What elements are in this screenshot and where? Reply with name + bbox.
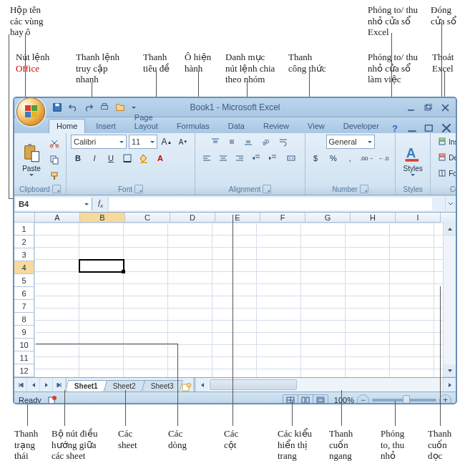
horizontal-scrollbar[interactable] [195, 378, 456, 392]
copy-button[interactable] [47, 152, 62, 167]
qat-customize-icon[interactable] [132, 107, 136, 109]
shrink-font-button[interactable]: A▼ [176, 135, 190, 149]
hscroll-thumb[interactable] [210, 379, 297, 390]
font-name-select[interactable]: Calibri [71, 135, 127, 149]
active-cell[interactable] [79, 259, 124, 273]
macro-record-icon[interactable] [47, 395, 57, 404]
row-header-7[interactable]: 7 [14, 300, 34, 313]
row-header-10[interactable]: 10 [14, 339, 34, 351]
cut-button[interactable] [47, 136, 62, 150]
row-header-1[interactable]: 1 [14, 223, 34, 235]
page-layout-view-button[interactable] [298, 395, 313, 405]
redo-icon[interactable] [83, 102, 94, 113]
delete-cells-button[interactable]: Delete [435, 150, 457, 165]
dialog-launcher-icon[interactable] [360, 185, 368, 193]
align-top-button[interactable] [208, 135, 222, 149]
underline-button[interactable]: U [104, 151, 118, 165]
vertical-scrollbar[interactable] [443, 223, 456, 377]
wrap-text-button[interactable] [274, 135, 293, 149]
undo-icon[interactable] [67, 102, 79, 113]
col-header-d[interactable]: D [170, 213, 215, 223]
styles-button[interactable]: A Styles [400, 136, 426, 183]
scroll-up-icon[interactable] [444, 223, 456, 235]
save-icon[interactable] [52, 102, 63, 113]
formula-input[interactable] [109, 198, 432, 210]
tab-home[interactable]: Home [49, 119, 85, 133]
accounting-format-button[interactable]: $ [310, 151, 324, 165]
row-header-3[interactable]: 3 [14, 248, 34, 261]
align-center-button[interactable] [216, 151, 230, 165]
col-header-i[interactable]: I [396, 213, 441, 223]
expand-formula-bar-icon[interactable] [445, 196, 456, 212]
tab-review[interactable]: Review [255, 119, 297, 133]
col-header-f[interactable]: F [260, 213, 305, 223]
print-preview-icon[interactable] [99, 102, 110, 113]
border-button[interactable] [120, 151, 134, 165]
help-icon[interactable]: ? [390, 123, 400, 133]
decrease-indent-button[interactable] [249, 151, 263, 165]
grow-font-button[interactable]: A▲ [160, 135, 174, 149]
italic-button[interactable]: I [87, 151, 102, 165]
restore-workbook-button[interactable] [424, 123, 434, 133]
comma-style-button[interactable]: , [343, 151, 357, 165]
tab-view[interactable]: View [300, 119, 333, 133]
increase-indent-button[interactable] [265, 151, 280, 165]
row-header-8[interactable]: 8 [14, 313, 34, 326]
orientation-button[interactable]: ab [258, 135, 272, 149]
format-painter-button[interactable] [47, 169, 62, 183]
row-header-2[interactable]: 2 [14, 235, 34, 248]
zoom-slider[interactable] [372, 399, 436, 402]
number-format-select[interactable]: General [326, 135, 375, 149]
new-sheet-button[interactable] [180, 383, 193, 392]
tab-formulas[interactable]: Formulas [169, 119, 217, 133]
select-all-corner[interactable] [14, 213, 35, 223]
row-header-6[interactable]: 6 [14, 287, 34, 300]
sheet-tab-2[interactable]: Sheet2 [104, 380, 145, 392]
fill-color-button[interactable] [137, 151, 151, 165]
format-cells-button[interactable]: Format [435, 166, 457, 180]
dialog-launcher-icon[interactable] [52, 185, 61, 193]
tab-page-layout[interactable]: Page Layout [127, 110, 166, 133]
row-header-9[interactable]: 9 [14, 326, 34, 339]
page-break-view-button[interactable] [313, 395, 328, 405]
font-size-select[interactable]: 11 [129, 135, 157, 149]
zoom-in-button[interactable]: + [439, 394, 451, 405]
font-color-button[interactable]: A [153, 151, 167, 165]
decrease-decimal-button[interactable]: ←.0 [376, 151, 391, 165]
sheet-tab-3[interactable]: Sheet3 [141, 380, 182, 392]
tab-data[interactable]: Data [220, 119, 253, 133]
row-header-5[interactable]: 5 [14, 274, 34, 287]
merge-center-button[interactable] [282, 151, 300, 165]
dialog-launcher-icon[interactable] [263, 185, 271, 193]
col-header-c[interactable]: C [125, 213, 170, 223]
tab-developer[interactable]: Developer [336, 119, 387, 133]
restore-window-button[interactable] [423, 102, 433, 112]
prev-sheet-button[interactable] [27, 378, 40, 392]
scroll-down-icon[interactable] [444, 364, 456, 377]
col-header-h[interactable]: H [351, 213, 396, 223]
open-icon[interactable] [114, 102, 126, 113]
percent-style-button[interactable]: % [326, 151, 341, 165]
next-sheet-button[interactable] [40, 378, 53, 392]
scroll-left-icon[interactable] [195, 378, 208, 392]
align-left-button[interactable] [200, 151, 214, 165]
fx-icon[interactable]: fx [98, 198, 103, 209]
office-button[interactable] [16, 97, 45, 126]
close-workbook-button[interactable] [441, 123, 451, 133]
insert-cells-button[interactable]: Insert [435, 135, 457, 149]
bold-button[interactable]: B [71, 151, 85, 165]
col-header-a[interactable]: A [35, 213, 80, 223]
tab-insert[interactable]: Insert [88, 119, 124, 133]
minimize-workbook-button[interactable] [407, 123, 417, 133]
row-header-12[interactable]: 12 [14, 364, 34, 377]
minimize-window-button[interactable] [406, 102, 416, 112]
normal-view-button[interactable] [283, 395, 298, 405]
col-header-e[interactable]: E [215, 213, 260, 223]
zoom-out-button[interactable]: − [357, 394, 369, 405]
col-header-g[interactable]: G [305, 213, 351, 223]
cell-grid[interactable] [34, 223, 443, 377]
align-right-button[interactable] [232, 151, 247, 165]
col-header-b[interactable]: B [80, 213, 125, 223]
sheet-tab-1[interactable]: Sheet1 [65, 380, 107, 392]
row-header-11[interactable]: 11 [14, 351, 34, 364]
